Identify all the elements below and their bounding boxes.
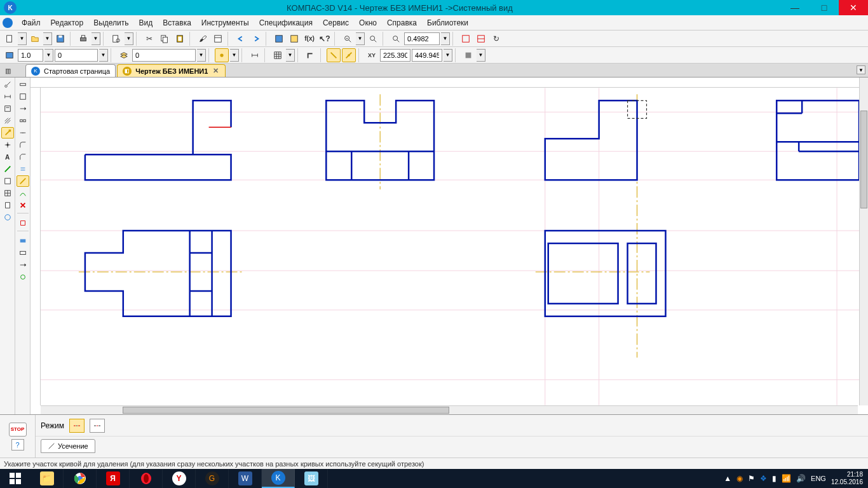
- task-word[interactable]: W: [229, 469, 262, 488]
- state1-button[interactable]: [3, 48, 17, 62]
- vt2-break-icon[interactable]: [17, 115, 29, 126]
- vt1-a-icon[interactable]: A: [1, 151, 14, 163]
- task-pictures[interactable]: 🖼: [295, 469, 328, 488]
- new-dropdown[interactable]: ▼: [18, 32, 27, 45]
- panel-help-button[interactable]: ?: [11, 439, 24, 451]
- mode-option-1[interactable]: [69, 419, 85, 433]
- preview-button[interactable]: [109, 32, 123, 46]
- cut-button[interactable]: ✂: [142, 32, 156, 46]
- grid-dropdown[interactable]: ▼: [286, 49, 295, 62]
- close-button[interactable]: ✕: [839, 0, 868, 15]
- prop-tab-trim[interactable]: Усечение: [41, 439, 95, 453]
- sys-button[interactable]: [461, 48, 475, 62]
- scale-input[interactable]: [18, 49, 43, 62]
- brush-button[interactable]: 🖌: [196, 32, 210, 46]
- tray-app-icon[interactable]: ❖: [760, 474, 767, 483]
- vt2-fillet-icon[interactable]: [17, 139, 29, 151]
- tabstrip-icon1[interactable]: ▥: [1, 65, 14, 76]
- vt2-b3-icon[interactable]: [17, 247, 29, 259]
- menu-help[interactable]: Справка: [382, 17, 422, 29]
- task-ybrowser[interactable]: Y: [163, 469, 196, 488]
- menu-select[interactable]: Выделить: [88, 17, 133, 29]
- vt2-b1-icon[interactable]: [17, 217, 29, 229]
- menu-edit[interactable]: Редактор: [46, 17, 89, 29]
- drawing-canvas[interactable]: [41, 88, 859, 405]
- snap-button[interactable]: [215, 48, 229, 62]
- fx-button[interactable]: f(x): [302, 32, 316, 46]
- mode-option-2[interactable]: [90, 419, 105, 433]
- stop-button[interactable]: STOP: [9, 423, 27, 437]
- copy-button[interactable]: [158, 32, 172, 46]
- tray-shield-icon[interactable]: ◉: [736, 474, 743, 483]
- open-button[interactable]: [28, 32, 42, 46]
- zoom-out-button[interactable]: [366, 32, 380, 46]
- tray-volume-icon[interactable]: 🔊: [796, 474, 806, 483]
- menu-service[interactable]: Сервис: [318, 17, 354, 29]
- tray-network-icon[interactable]: 📶: [782, 474, 791, 483]
- vt2-eq-icon[interactable]: [17, 163, 29, 175]
- tabstrip-dropdown[interactable]: ▼: [857, 65, 865, 74]
- menu-spec[interactable]: Спецификация: [254, 17, 318, 29]
- tray-battery-icon[interactable]: ▮: [772, 474, 776, 483]
- menu-tools[interactable]: Инструменты: [196, 17, 254, 29]
- vt2-del-icon[interactable]: [17, 200, 29, 211]
- menu-file[interactable]: Файл: [17, 17, 46, 29]
- ortho-button[interactable]: [304, 48, 318, 62]
- refresh-button[interactable]: ↻: [489, 32, 503, 46]
- mode1-button[interactable]: [327, 48, 341, 62]
- vt2-join-icon[interactable]: [17, 127, 29, 139]
- style-input[interactable]: [132, 49, 196, 62]
- layer-input[interactable]: [55, 49, 98, 62]
- vt1-measure-icon[interactable]: [1, 163, 14, 175]
- snap-dropdown[interactable]: ▼: [230, 49, 239, 62]
- vt2-b5-icon[interactable]: [17, 271, 29, 283]
- save-button[interactable]: [53, 32, 67, 46]
- view2-button[interactable]: [474, 32, 488, 46]
- tray-lang[interactable]: ENG: [811, 475, 826, 482]
- help-pointer-button[interactable]: ↖?: [318, 32, 332, 46]
- print-button[interactable]: [76, 32, 90, 46]
- variables-button[interactable]: [287, 32, 301, 46]
- zoom-dropdown[interactable]: ▼: [441, 32, 450, 45]
- vt1-edit-icon[interactable]: [1, 127, 14, 139]
- tray-up-icon[interactable]: ▲: [724, 474, 731, 483]
- new-button[interactable]: [3, 32, 17, 46]
- vt2-chamfer-icon[interactable]: [17, 151, 29, 163]
- vt2-curve-icon[interactable]: [17, 187, 29, 199]
- grid-button[interactable]: [271, 48, 285, 62]
- dim-button[interactable]: [248, 48, 262, 62]
- scrollbar-horizontal[interactable]: [41, 405, 858, 414]
- tab-start[interactable]: K Стартовая страница: [25, 64, 116, 77]
- zoom-in-dropdown[interactable]: ▼: [356, 32, 365, 45]
- vt2-active-icon[interactable]: [17, 175, 29, 187]
- preview-dropdown[interactable]: ▼: [125, 32, 133, 45]
- sys-dropdown[interactable]: ▼: [477, 49, 485, 62]
- tray-flag-icon[interactable]: ⚑: [748, 474, 755, 483]
- task-app1[interactable]: G: [196, 469, 229, 488]
- paste-button[interactable]: [173, 32, 187, 46]
- vt2-trim1-icon[interactable]: [17, 79, 29, 90]
- minimize-button[interactable]: —: [780, 0, 810, 15]
- view1-button[interactable]: [459, 32, 473, 46]
- maximize-button[interactable]: □: [810, 0, 839, 15]
- manager-button[interactable]: [272, 32, 286, 46]
- vt1-text-icon[interactable]: [1, 103, 14, 114]
- menu-libs[interactable]: Библиотеки: [422, 17, 473, 29]
- vt2-b4-icon[interactable]: [17, 259, 29, 271]
- zoom-fit-button[interactable]: [389, 32, 403, 46]
- vt2-b2-icon[interactable]: [17, 235, 29, 247]
- layers-button[interactable]: [117, 48, 131, 62]
- task-kompas[interactable]: K: [262, 469, 295, 488]
- coord-y-input[interactable]: [412, 49, 442, 62]
- style-dropdown[interactable]: ▼: [197, 49, 206, 62]
- vt1-geometry-icon[interactable]: [1, 79, 14, 90]
- tray-clock[interactable]: 21:18 12.05.2016: [831, 471, 863, 486]
- vt1-misc-icon[interactable]: [1, 212, 14, 223]
- tab-close-button[interactable]: ✕: [212, 67, 220, 75]
- start-button[interactable]: [0, 469, 31, 488]
- open-dropdown[interactable]: ▼: [43, 32, 52, 45]
- vt1-spec-icon[interactable]: [1, 175, 14, 187]
- layer-dropdown[interactable]: ▼: [99, 49, 108, 62]
- task-yandex[interactable]: Я: [97, 469, 130, 488]
- mode2-button[interactable]: [342, 48, 356, 62]
